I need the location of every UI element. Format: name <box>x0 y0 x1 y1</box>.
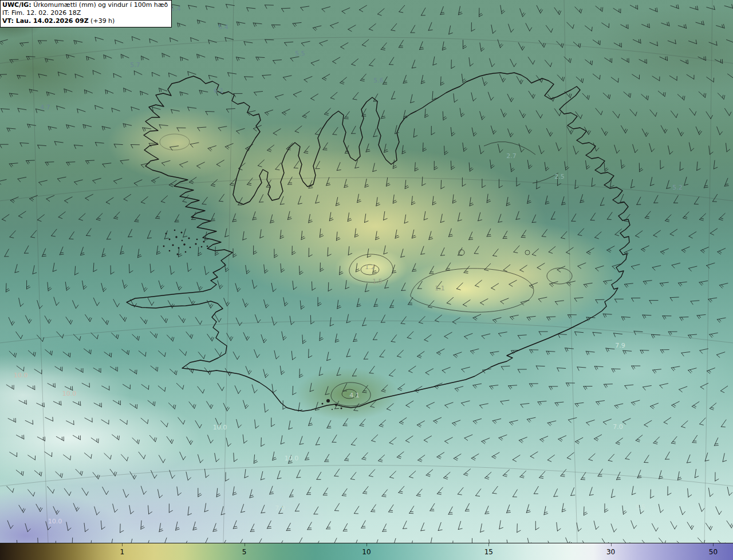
title-box: UWC/IG: Úrkomumætti (mm) og vindur í 100… <box>0 0 172 27</box>
init-time-line: IT: Fim. 12. 02. 2026 18Z <box>2 9 168 17</box>
colorbar-tick-label: 50 <box>709 548 718 556</box>
map-canvas: 5.45.45.55.75.66.14.72.72.55.21.21.51.17… <box>0 0 733 543</box>
islands <box>163 230 342 410</box>
colorbar-tick-label: 5 <box>242 548 247 556</box>
product-title: Úrkomumætti (mm) og vindur í 100m hæð <box>31 1 168 9</box>
colorbar-tick-label: 1 <box>120 548 125 556</box>
colorbar-tick-mark <box>122 543 123 546</box>
colorbar-tick-label: 30 <box>606 548 615 556</box>
product-title-line: UWC/IG: Úrkomumætti (mm) og vindur í 100… <box>2 1 168 9</box>
valid-time-line: VT: Lau. 14.02.2026 09Z (+39 h) <box>2 17 168 25</box>
colorbar-tick-mark <box>245 543 245 546</box>
product-id: UWC/IG: <box>2 1 31 9</box>
precipitation-contours <box>160 134 572 406</box>
wind-barbs <box>0 4 733 543</box>
colorbar-tick-mark <box>488 543 489 546</box>
iceland-coastline <box>127 73 630 411</box>
weather-forecast-chart: 5.45.45.55.75.66.14.72.72.55.21.21.51.17… <box>0 0 733 560</box>
valid-offset: (+39 h) <box>89 17 115 25</box>
colorbar-tick-mark <box>611 543 612 546</box>
colorbar-tick-mark <box>366 543 367 546</box>
colorbar-tick-label: 10 <box>362 548 371 556</box>
colorbar: 1510153050 <box>0 543 733 560</box>
map-overlay-svg <box>0 0 733 543</box>
valid-time: VT: Lau. 14.02.2026 09Z <box>2 17 89 25</box>
colorbar-tick-mark <box>713 543 714 546</box>
colorbar-tick-label: 15 <box>484 548 493 556</box>
